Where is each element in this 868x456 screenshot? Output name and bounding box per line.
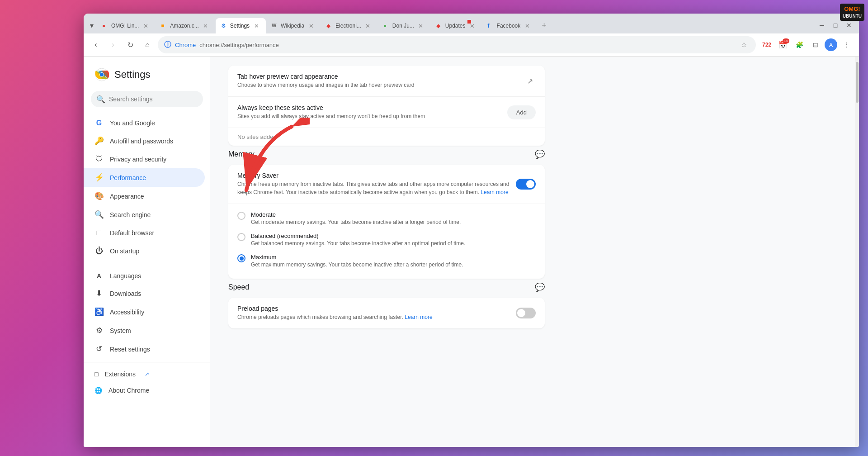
tab-list-dropdown[interactable]: ▾: [87, 19, 96, 32]
new-tab-button[interactable]: +: [537, 18, 551, 33]
always-active-row: Always keep these sites active Sites you…: [228, 97, 545, 128]
sidebar-item-accessibility[interactable]: ♿ Accessibility: [84, 303, 205, 321]
tab-close-omg[interactable]: ✕: [142, 22, 150, 30]
restore-button[interactable]: □: [829, 19, 842, 32]
radio-btn-maximum[interactable]: [237, 254, 245, 262]
nav-bar: ‹ › ↻ ⌂ Chrome chrome://settings/perform…: [84, 33, 859, 57]
radio-item-balanced[interactable]: Balanced (recommended) Get balanced memo…: [237, 229, 536, 250]
tab-settings[interactable]: ⚙ Settings ✕: [216, 18, 266, 33]
tab-hover-link-icon[interactable]: ↗: [524, 75, 536, 87]
sidebar-item-reset[interactable]: ↺ Reset settings: [84, 340, 205, 358]
minimize-button[interactable]: ─: [816, 19, 828, 32]
tab-wikipedia[interactable]: W Wikipedia ✕: [266, 18, 321, 33]
address-bar[interactable]: Chrome chrome://settings/performance ☆: [158, 36, 756, 53]
cast-button[interactable]: ⊟: [808, 38, 823, 52]
reset-icon: ↺: [94, 344, 104, 354]
toolbar-icons: 722 📅 11 🧩 ⊟ A ⋮: [760, 38, 854, 52]
sidebar-item-downloads[interactable]: ⬇ Downloads: [84, 284, 205, 303]
preload-slider: [516, 308, 536, 318]
preload-row: Preload pages Chrome preloads pages whic…: [228, 298, 545, 328]
window-controls: ─ □ ✕: [816, 19, 855, 33]
tab-electronics[interactable]: ◆ Electroni... ✕: [321, 18, 377, 33]
main-content: Tab hover preview card appearance Choose…: [210, 57, 855, 447]
radio-btn-balanced[interactable]: [237, 233, 245, 241]
tab-amazon[interactable]: ■ Amazon.c... ✕: [156, 18, 215, 33]
sidebar-item-privacy[interactable]: 🛡 Privacy and security: [84, 150, 205, 168]
preload-title: Preload pages: [237, 305, 516, 312]
extension-btn-2[interactable]: 📅 11: [776, 38, 790, 52]
tab-updates[interactable]: ◆ Updates ✕: [431, 18, 482, 33]
tab-close-don[interactable]: ✕: [417, 22, 425, 30]
downloads-icon: ⬇: [94, 289, 104, 298]
scrollbar-track[interactable]: [855, 57, 859, 447]
sidebar-label-accessibility: Accessibility: [110, 309, 144, 316]
memory-saver-row: Memory Saver Chrome frees up memory from…: [228, 165, 545, 204]
tab-close-settings[interactable]: ✕: [252, 22, 260, 30]
sidebar-item-default-browser[interactable]: □ Default browser: [84, 224, 205, 242]
sidebar-item-on-startup[interactable]: ⏻ On startup: [84, 242, 205, 260]
settings-area: Settings 🔍 G You and Google 🔑 Autofill a…: [84, 57, 859, 447]
preload-learn-more[interactable]: Learn more: [405, 314, 432, 320]
tab-hover-row: Tab hover preview card appearance Choose…: [228, 66, 545, 97]
sidebar-item-system[interactable]: ⚙ System: [84, 321, 205, 340]
sidebar-item-about-chrome[interactable]: 🌐 About Chrome: [84, 382, 210, 399]
search-input[interactable]: [91, 91, 203, 107]
home-button[interactable]: ⌂: [141, 38, 154, 52]
tab-close-amazon[interactable]: ✕: [202, 22, 210, 30]
memory-saver-toggle[interactable]: [516, 179, 536, 190]
radio-text-maximum: Maximum Get maximum memory savings. Your…: [251, 254, 463, 268]
radio-btn-moderate[interactable]: [237, 212, 245, 220]
page-title: Settings: [114, 69, 151, 81]
sidebar-label-system: System: [110, 327, 131, 334]
sidebar-label-reset: Reset settings: [110, 346, 150, 353]
sidebar-item-search-engine[interactable]: 🔍 Search engine: [84, 205, 205, 224]
sidebar-label-autofill: Autofill and passwords: [110, 138, 173, 145]
tab-label-amazon: Amazon.c...: [170, 23, 198, 29]
tab-close-electronics[interactable]: ✕: [364, 22, 372, 30]
tab-label-wikipedia: Wikipedia: [281, 23, 304, 29]
speed-info-icon[interactable]: 💬: [535, 282, 545, 292]
content-inner: Tab hover preview card appearance Choose…: [210, 57, 563, 341]
sidebar-item-appearance[interactable]: 🎨 Appearance: [84, 187, 205, 205]
menu-button[interactable]: ⋮: [839, 38, 854, 52]
extension-btn-1[interactable]: 722: [760, 38, 774, 52]
sidebar-label-performance: Performance: [110, 174, 146, 181]
radio-item-maximum[interactable]: Maximum Get maximum memory savings. Your…: [237, 250, 536, 271]
tab-close-facebook[interactable]: ✕: [523, 22, 531, 30]
extension-btn-3[interactable]: 🧩: [792, 38, 807, 52]
memory-options-group: Moderate Get moderate memory savings. Yo…: [228, 204, 545, 279]
tab-don[interactable]: ● Don Ju... ✕: [378, 18, 430, 33]
preload-toggle[interactable]: [516, 308, 536, 318]
tab-favicon-amazon: ■: [161, 23, 167, 29]
sidebar-item-languages[interactable]: A Languages: [84, 268, 205, 284]
radio-title-moderate: Moderate: [251, 211, 461, 218]
sidebar-item-performance[interactable]: ⚡ Performance: [84, 168, 205, 187]
scrollbar-thumb[interactable]: [856, 62, 859, 103]
forward-button[interactable]: ›: [106, 38, 120, 52]
bookmark-button[interactable]: ☆: [738, 39, 750, 51]
radio-item-moderate[interactable]: Moderate Get moderate memory savings. Yo…: [237, 208, 536, 229]
memory-saver-learn-more[interactable]: Learn more: [481, 189, 508, 195]
add-sites-button[interactable]: Add: [507, 105, 536, 119]
profile-button[interactable]: A: [825, 38, 837, 51]
tab-favicon-wikipedia: W: [272, 23, 278, 29]
tab-omg[interactable]: ● OMG! Lin... ✕: [97, 18, 155, 33]
memory-info-icon[interactable]: 💬: [535, 149, 545, 159]
speed-section-header: Speed 💬: [228, 282, 545, 292]
address-favicon: [164, 41, 171, 49]
back-button[interactable]: ‹: [89, 38, 103, 52]
sidebar-item-extensions[interactable]: □ Extensions ↗: [84, 366, 210, 382]
svg-point-4: [100, 73, 104, 76]
tab-label-don: Don Ju...: [392, 23, 414, 29]
reload-button[interactable]: ↻: [123, 38, 137, 52]
extensions-label: Extensions: [104, 370, 135, 378]
tab-hover-text: Tab hover preview card appearance Choose…: [237, 73, 517, 89]
close-button[interactable]: ✕: [843, 19, 855, 32]
tab-facebook[interactable]: f Facebook ✕: [482, 18, 537, 33]
sidebar-item-you-google[interactable]: G You and Google: [84, 114, 205, 132]
sidebar-item-autofill[interactable]: 🔑 Autofill and passwords: [84, 132, 205, 150]
tab-close-wikipedia[interactable]: ✕: [307, 22, 315, 30]
radio-desc-maximum: Get maximum memory savings. Your tabs be…: [251, 261, 463, 268]
radio-text-balanced: Balanced (recommended) Get balanced memo…: [251, 233, 465, 247]
sidebar-label-appearance: Appearance: [110, 193, 144, 200]
